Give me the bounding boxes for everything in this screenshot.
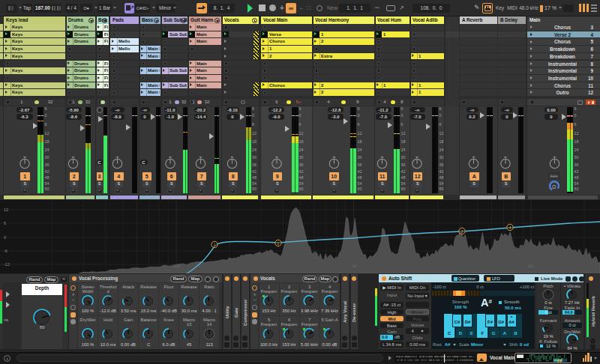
svg-text:FF: FF (557, 358, 562, 363)
svg-text:6: 6 (4, 221, 6, 225)
svg-text:10k: 10k (528, 264, 535, 268)
svg-text:100: 100 (172, 264, 179, 268)
svg-text:1: 1 (214, 243, 216, 247)
svg-text:-12: -12 (4, 262, 10, 267)
svg-text:0: 0 (4, 235, 6, 240)
svg-text:2: 2 (278, 241, 280, 246)
svg-text:Ω: Ω (552, 184, 556, 189)
svg-text:4: 4 (509, 225, 512, 230)
svg-text:1k: 1k (352, 264, 356, 268)
svg-text:3: 3 (461, 229, 464, 234)
svg-text:-6: -6 (4, 249, 8, 253)
svg-text:12: 12 (4, 207, 8, 212)
